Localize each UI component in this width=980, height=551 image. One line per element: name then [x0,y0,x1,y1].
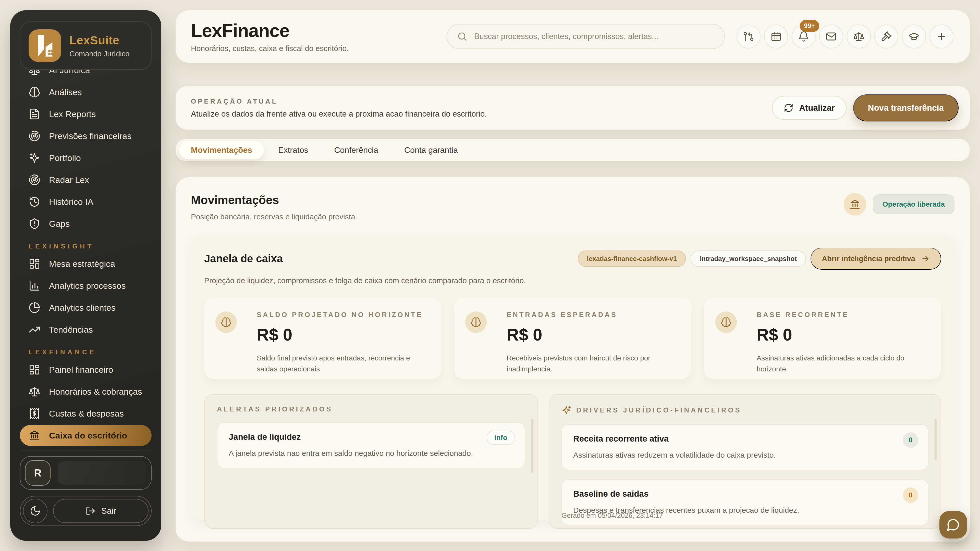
tab-bar: Movimentações Extratos Conferência Conta… [176,139,970,161]
new-transfer-button[interactable]: Nova transferência [853,94,959,121]
sidebar-item-previsoes-financeiras[interactable]: Previsões financeiras [20,125,151,146]
bar-chart-icon [29,280,40,292]
metric-label: ENTRADAS ESPERADAS [507,311,679,319]
brain-circuit-icon [465,311,487,333]
sidebar-item-painel-financeiro[interactable]: Painel financeiro [20,359,151,380]
brand-subtitle: Comando Jurídico [69,50,129,58]
header-actions: 99+ [737,24,953,48]
metric-value: R$ 0 [507,325,679,345]
sidebar-section-lexfinance: LEXFINANCE [29,348,143,356]
sidebar-section-lexinsight: LEXINSIGHT [29,242,143,250]
sidebar: LexSuite Comando Jurídico AI Jurídica An… [10,10,161,541]
git-pull-request-icon [743,31,754,42]
layout-grid-icon [29,364,40,375]
sidebar-item-mesa-estrategica[interactable]: Mesa estratégica [20,253,151,274]
sidebar-item-tendencias[interactable]: Tendências [20,319,151,340]
scrollbar-thumb[interactable] [935,419,937,460]
title-block: LexFinance Honorários, custas, caixa e f… [191,20,349,53]
user-card[interactable]: R [20,456,151,490]
moon-icon [30,505,41,516]
section-title: Movimentações [191,193,357,207]
sparkle-icon [562,405,571,415]
metric-value: R$ 0 [757,325,929,345]
cash-window-subtitle: Projeção de liquidez, compromissos e fol… [204,276,941,285]
driver-title: Receita recorrente ativa [573,434,917,444]
education-button[interactable] [902,24,926,48]
severity-badge: info [487,430,515,445]
sidebar-item-analises[interactable]: Análises [20,82,151,103]
metric-description: Saldo final previsto apos entradas, reco… [257,353,429,375]
alert-title: Janela de liquidez [229,432,514,442]
tab-conta-garantia[interactable]: Conta garantia [393,142,469,158]
add-button[interactable] [929,24,953,48]
chat-fab-button[interactable] [939,511,967,538]
legal-balance-button[interactable] [847,24,871,48]
page-subtitle: Honorários, custas, caixa e fiscal do es… [191,44,349,53]
calendar-button[interactable] [764,24,788,48]
open-predictive-intelligence-button[interactable]: Abrir inteligência preditiva [811,248,941,270]
notifications-button[interactable]: 99+ [792,24,816,48]
sparkles-icon [29,152,40,164]
brain-circuit-icon [715,311,737,333]
metric-description: Recebiveis previstos com haircut de risc… [507,353,679,375]
brand-card: LexSuite Comando Jurídico [20,21,151,70]
sidebar-nav: AI Jurídica Análises Lex Reports Previsõ… [20,60,151,446]
sidebar-item-portfolio[interactable]: Portfolio [20,148,151,168]
file-text-icon [29,108,40,120]
metric-description: Assinaturas ativas adicionadas a cada ci… [757,353,929,375]
plus-icon [936,31,947,42]
avatar: R [25,460,51,486]
logout-button[interactable]: Sair [53,499,148,523]
movimentacoes-panel: Movimentações Posição bancária, reservas… [176,177,970,541]
driver-description: Assinaturas ativas reduzem a volatilidad… [573,451,917,459]
dark-mode-toggle[interactable] [23,499,48,523]
refresh-button[interactable]: Atualizar [772,96,846,120]
sidebar-item-radar-lex[interactable]: Radar Lex [20,169,151,190]
driver-title: Baseline de saidas [573,489,917,499]
scales-icon [29,386,40,397]
alert-item[interactable]: Janela de liquidez info A janela previst… [217,422,525,468]
tab-movimentacoes[interactable]: Movimentações [179,141,264,159]
scrollbar-thumb[interactable] [531,419,533,473]
global-search[interactable] [447,24,725,49]
sidebar-item-gaps[interactable]: Gaps [20,213,151,234]
sidebar-item-historico-ia[interactable]: Histórico IA [20,191,151,212]
chat-bubble-icon [946,518,960,532]
sidebar-item-lex-reports[interactable]: Lex Reports [20,103,151,124]
sidebar-item-custas-despesas[interactable]: Custas & despesas [20,403,151,424]
tab-conferencia[interactable]: Conferência [322,142,390,158]
driver-item[interactable]: Receita recorrente ativa 0 Assinaturas a… [562,424,928,470]
scales-icon [853,31,864,42]
sidebar-item-analytics-clientes[interactable]: Analytics clientes [20,297,151,318]
drivers-panel: DRIVERS JURÍDICO-FINANCEIROS Receita rec… [549,394,941,529]
mail-button[interactable] [819,24,843,48]
radar-icon [29,130,40,142]
bank-icon [850,199,861,210]
sidebar-item-caixa-do-escritorio[interactable]: Caixa do escritório [20,425,151,446]
lexsuite-logo [29,29,61,62]
arrow-right-icon [921,254,930,263]
model-chip: lexatlas-finance-cashflow-v1 [578,251,686,267]
metric-saldo-projetado: SALDO PROJETADO NO HORIZONTE R$ 0 Saldo … [204,298,441,379]
notification-badge: 99+ [800,20,819,32]
sidebar-item-honorarios-cobrancas[interactable]: Honorários & cobranças [20,381,151,402]
operation-text: OPERAÇÃO ATUAL Atualize os dados da fren… [191,97,487,119]
prioritized-alerts-panel: ALERTAS PRIORIZADOS Janela de liquidez i… [204,394,538,529]
sidebar-footer: Sair [20,496,151,526]
shield-alert-icon [29,218,40,230]
search-input[interactable] [474,32,714,41]
sidebar-item-analytics-processos[interactable]: Analytics processos [20,275,151,296]
tab-extratos[interactable]: Extratos [266,142,320,158]
layout-grid-icon [29,258,40,270]
metric-base-recorrente: BASE RECORRENTE R$ 0 Assinaturas ativas … [704,298,941,379]
bank-badge [844,193,866,216]
metric-entradas-esperadas: ENTRADAS ESPERADAS R$ 0 Recebiveis previ… [454,298,691,379]
main-content: LexFinance Honorários, custas, caixa e f… [176,10,970,541]
page-header: LexFinance Honorários, custas, caixa e f… [176,10,970,63]
driver-count-badge: 0 [903,487,918,503]
gavel-button[interactable] [874,24,898,48]
graduation-cap-icon [908,31,920,42]
cash-window-title: Janela de caixa [204,252,283,265]
metric-label: BASE RECORRENTE [757,311,929,319]
workflow-button[interactable] [737,24,760,48]
